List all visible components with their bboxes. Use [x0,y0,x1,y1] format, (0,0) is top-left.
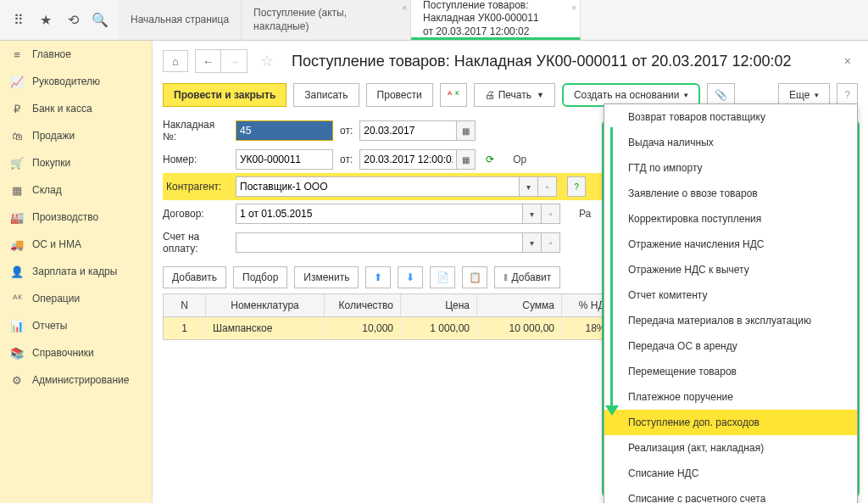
contract-input[interactable] [236,204,523,224]
th-n[interactable]: N [164,294,206,316]
top-bar: ⠿ ★ ⟲ 🔍 Начальная страница Поступление (… [0,0,868,41]
cell-price: 1 000,00 [401,317,477,339]
move-up-icon[interactable]: ⬆ [365,266,391,288]
th-nom[interactable]: Номенклатура [206,294,325,316]
menu-item[interactable]: Перемещение товаров [604,359,857,384]
printer-icon: 🖨 [485,89,495,101]
close-document-button[interactable]: × [837,51,858,71]
favorite-icon[interactable]: ☆ [254,50,280,72]
sidebar-label: Отчеты [32,320,67,332]
sidebar-label: Продажи [32,130,75,142]
menu-item[interactable]: Отражение начисления НДС [604,232,857,257]
open-icon[interactable]: ▫ [538,176,557,197]
menu-item[interactable]: Списание НДС [604,461,857,486]
menu-item[interactable]: Выдача наличных [604,130,857,155]
menu-item[interactable]: Передача материалов в эксплуатацию [604,308,857,333]
cell-sum: 10 000,00 [477,317,562,339]
from-label: от: [340,125,353,137]
th-price[interactable]: Цена [401,294,477,316]
menu-item[interactable]: Возврат товаров поставщику [604,104,857,130]
sidebar-item[interactable]: 📊Отчеты [0,312,152,339]
cell-n: 1 [164,317,206,339]
post-button[interactable]: Провести [366,83,433,107]
sidebar-icon: 👤 [10,265,24,278]
help-icon[interactable]: ? [567,176,586,197]
add2-label: Добавит [511,271,551,283]
post-and-close-button[interactable]: Провести и закрыть [163,83,287,107]
sidebar-item[interactable]: 📚Справочники [0,339,152,366]
apps-icon[interactable]: ⠿ [7,8,31,32]
invoice-date-input[interactable] [359,120,457,141]
sidebar-item[interactable]: 📈Руководителю [0,68,152,95]
back-button[interactable]: ← [196,50,221,72]
th-qty[interactable]: Количество [325,294,401,316]
menu-item[interactable]: Корректировка поступления [604,206,857,232]
sidebar-item[interactable]: ≡Главное [0,41,152,68]
sidebar-item[interactable]: 🚚ОС и НМА [0,231,152,258]
copy-icon[interactable]: 📄 [430,266,455,288]
invoice-no-input[interactable] [236,120,333,141]
search-icon[interactable]: 🔍 [88,8,112,32]
sidebar-label: Банк и касса [32,103,92,115]
sidebar-item[interactable]: ▦Склад [0,176,152,204]
move-down-icon[interactable]: ⬇ [398,266,423,288]
menu-item[interactable]: Отражение НДС к вычету [604,257,857,282]
sidebar-item[interactable]: ᴬᴷОперации [0,285,152,312]
sidebar-label: Администрирование [32,374,129,386]
sidebar-item[interactable]: ₽Банк и касса [0,95,152,122]
sidebar-icon: 🏭 [10,210,24,224]
menu-item[interactable]: Поступление доп. расходов [604,410,857,435]
cell-nom: Шампанское [206,317,325,339]
sidebar-item[interactable]: 👤Зарплата и кадры [0,258,152,285]
counterparty-input[interactable] [236,176,520,197]
close-icon[interactable]: × [402,3,407,13]
menu-item[interactable]: ГТД по импорту [604,155,857,181]
add-barcode-button[interactable]: ⦀Добавит [494,266,560,288]
sidebar-item[interactable]: 🛒Покупки [0,149,152,176]
sidebar-icon: ▦ [10,183,24,197]
close-icon[interactable]: × [571,3,576,13]
dropdown-icon[interactable]: ▾ [523,204,542,224]
calendar-icon[interactable]: ▦ [457,149,476,170]
number-input[interactable] [236,149,333,170]
tab-label: от 20.03.2017 12:00:02 [423,25,568,39]
paste-icon[interactable]: 📋 [462,266,487,288]
number-date-input[interactable] [359,149,457,170]
menu-item[interactable]: Передача ОС в аренду [604,333,857,359]
calendar-icon[interactable]: ▦ [457,120,476,141]
tab-receipts[interactable]: Поступление (акты, накладные) × [242,0,411,40]
add-row-button[interactable]: Добавить [163,266,226,288]
sidebar-item[interactable]: 🛍Продажи [0,122,152,149]
select-button[interactable]: Подбор [233,266,287,288]
sidebar-icon: ⚙ [10,373,24,387]
menu-item[interactable]: Отчет комитенту [604,282,857,308]
sidebar-label: Операции [32,293,80,305]
sidebar-label: ОС и НМА [32,238,81,250]
payacc-input[interactable] [236,232,523,253]
star-icon[interactable]: ★ [34,8,58,32]
dropdown-icon[interactable]: ▾ [520,176,538,197]
save-button[interactable]: Записать [293,83,359,107]
forward-button[interactable]: → [221,50,247,72]
dt-kt-button[interactable]: ᴬᴷ [440,83,467,107]
sidebar-item[interactable]: ⚙Администрирование [0,366,152,394]
sidebar-item[interactable]: 🏭Производство [0,204,152,231]
open-icon[interactable]: ▫ [542,204,560,224]
print-button[interactable]: 🖨Печать▼ [474,83,555,107]
dropdown-icon[interactable]: ▾ [523,232,542,253]
open-icon[interactable]: ▫ [542,232,560,253]
menu-item[interactable]: Заявление о ввозе товаров [604,181,857,206]
menu-item[interactable]: Платежное поручение [604,384,857,410]
refresh-icon[interactable]: ⟳ [486,154,494,165]
menu-item[interactable]: Реализация (акт, накладная) [604,435,857,461]
tab-active-document[interactable]: Поступление товаров: Накладная УК00-0000… [411,0,581,40]
history-icon[interactable]: ⟲ [61,8,85,32]
home-button[interactable]: ⌂ [163,50,188,72]
page-title: Поступление товаров: Накладная УК00-0000… [292,53,831,70]
edit-button[interactable]: Изменить [294,266,359,288]
th-sum[interactable]: Сумма [477,294,562,316]
sidebar-icon: 🚚 [10,238,24,251]
sidebar-icon: 📚 [10,346,24,360]
tab-home[interactable]: Начальная страница [119,0,242,40]
menu-item[interactable]: Списание с расчетного счета [604,486,857,503]
